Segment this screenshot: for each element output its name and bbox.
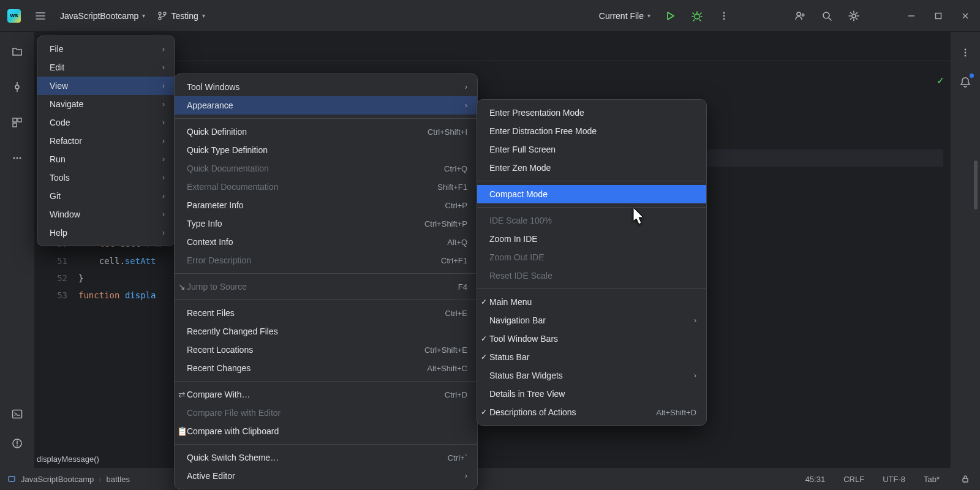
svg-rect-13 (18, 118, 21, 122)
menu-item[interactable]: Enter Zen Mode (477, 159, 706, 177)
project-folder-icon (7, 475, 16, 483)
menu-item-label: Recently Changed Files (187, 326, 278, 336)
project-tool-icon[interactable] (10, 44, 24, 59)
menu-item-file[interactable]: File› (37, 40, 175, 58)
run-button[interactable] (663, 9, 677, 23)
readonly-lock-icon[interactable] (958, 472, 973, 486)
svg-point-2 (164, 12, 166, 15)
chevron-right-icon: › (694, 371, 696, 380)
menu-item[interactable]: Quick Switch Scheme…Ctrl+` (175, 448, 477, 467)
editor-scrollbar[interactable] (974, 160, 978, 209)
commit-tool-icon[interactable] (10, 80, 24, 94)
caret-position[interactable]: 45:31 (805, 475, 826, 484)
menu-item[interactable]: Context InfoAlt+Q (175, 233, 477, 251)
menu-item[interactable]: Active Editor› (175, 467, 477, 485)
file-encoding-widget[interactable]: UTF-8 (883, 475, 905, 484)
menu-item-label: Descriptions of Actions (489, 407, 576, 417)
menu-item[interactable]: Enter Full Screen (477, 140, 706, 159)
menu-item[interactable]: Recent ChangesAlt+Shift+C (175, 359, 477, 377)
debug-button[interactable] (690, 9, 704, 23)
menu-item-icon: ⇄ (177, 390, 187, 399)
menu-item-git[interactable]: Git› (37, 187, 175, 205)
svg-point-25 (965, 52, 967, 54)
menu-item-label: Window (50, 209, 80, 219)
menu-item[interactable]: Tool Windows› (175, 78, 477, 96)
chevron-right-icon: › (162, 81, 165, 90)
menu-item[interactable]: Status Bar Widgets› (477, 366, 706, 385)
code-with-me-icon[interactable] (793, 9, 807, 23)
svg-point-6 (723, 18, 725, 20)
chevron-right-icon: › (162, 192, 165, 200)
search-everywhere-icon[interactable] (820, 9, 834, 23)
chevron-right-icon: › (465, 83, 467, 91)
menu-item[interactable]: Parameter InfoCtrl+P (175, 196, 477, 214)
menu-item-window[interactable]: Window› (37, 205, 175, 224)
chevron-right-icon: › (162, 100, 165, 108)
menu-item-label: Enter Full Screen (489, 145, 556, 154)
menu-item[interactable]: Compact Mode (477, 185, 706, 203)
main-menu-hamburger-icon[interactable] (33, 9, 48, 23)
menu-item[interactable]: Type InfoCtrl+Shift+P (175, 214, 477, 233)
menu-item-label: Reset IDE Scale (489, 271, 552, 281)
menu-item[interactable]: Quick DefinitionCtrl+Shift+I (175, 123, 477, 141)
indent-widget[interactable]: Tab* (924, 475, 940, 484)
svg-point-16 (17, 157, 18, 159)
menu-item-label: Compare with Clipboard (187, 426, 279, 436)
menu-item[interactable]: Zoom In IDE (477, 230, 706, 248)
menu-item[interactable]: Enter Presentation Mode (477, 104, 706, 122)
menu-item-label: Refactor (50, 136, 82, 146)
menu-item-shortcut: F4 (458, 282, 467, 292)
menu-item[interactable]: Appearance› (175, 96, 477, 115)
menu-item-refactor[interactable]: Refactor› (37, 132, 175, 150)
menu-item-view[interactable]: View› (37, 77, 175, 95)
menu-item[interactable]: Recent FilesCtrl+E (175, 304, 477, 322)
menu-item[interactable]: ⇄Compare With…Ctrl+D (175, 385, 477, 404)
menu-item[interactable]: ✓Tool Window Bars (477, 330, 706, 348)
git-branch-widget[interactable]: Testing ▾ (157, 11, 205, 21)
menu-item-shortcut: Shift+F1 (437, 183, 467, 192)
notifications-bell-icon[interactable] (958, 75, 973, 89)
menu-item[interactable]: Navigation Bar› (477, 311, 706, 330)
svg-point-0 (159, 12, 161, 15)
menu-item[interactable]: ✓Main Menu (477, 293, 706, 311)
navbar-breadcrumb[interactable]: JavaScriptBootcamp › battles (7, 475, 130, 484)
menu-item-shortcut: Alt+Q (447, 238, 467, 247)
menu-item[interactable]: ✓Status Bar (477, 348, 706, 366)
window-maximize-button[interactable] (931, 9, 946, 23)
project-name-label: JavaScriptBootcamp (60, 11, 138, 21)
menu-separator (175, 118, 477, 119)
menu-item[interactable]: Quick Type Definition (175, 141, 477, 159)
menu-item-run[interactable]: Run› (37, 150, 175, 168)
menu-item[interactable]: Recent LocationsCtrl+Shift+E (175, 341, 477, 359)
menu-item-label: IDE Scale 100% (489, 216, 552, 225)
menu-item-code[interactable]: Code› (37, 113, 175, 132)
menu-item-help[interactable]: Help› (37, 224, 175, 242)
title-bar: WS JavaScriptBootcamp ▾ Testing ▾ Curren… (0, 0, 980, 32)
menu-item: Quick DocumentationCtrl+Q (175, 159, 477, 178)
more-tool-windows-icon[interactable] (10, 151, 24, 165)
breadcrumb-item: displayMessage() (37, 454, 99, 464)
menu-item-label: Quick Type Definition (187, 145, 268, 155)
editor-actions-more-icon[interactable] (958, 45, 973, 60)
more-actions-icon[interactable] (717, 9, 731, 23)
window-minimize-button[interactable] (904, 9, 919, 23)
menu-item[interactable]: Enter Distraction Free Mode (477, 122, 706, 140)
menu-item-navigate[interactable]: Navigate› (37, 95, 175, 113)
menu-item[interactable]: Recently Changed Files (175, 322, 477, 341)
line-separator-widget[interactable]: CRLF (843, 475, 864, 484)
settings-gear-icon[interactable] (846, 9, 861, 23)
problems-tool-icon[interactable] (10, 436, 24, 451)
menu-item: Reset IDE Scale (477, 266, 706, 285)
run-config-selector[interactable]: Current File ▾ (599, 11, 650, 21)
window-close-button[interactable] (958, 9, 973, 23)
menu-item[interactable]: 📋Compare with Clipboard (175, 422, 477, 440)
menu-item-edit[interactable]: Edit› (37, 58, 175, 77)
menu-item-tools[interactable]: Tools› (37, 168, 175, 187)
inspection-ok-icon[interactable]: ✓ (937, 75, 944, 86)
menu-item[interactable]: Details in Tree View (477, 385, 706, 403)
structure-tool-icon[interactable] (10, 115, 24, 130)
project-name-dropdown[interactable]: JavaScriptBootcamp ▾ (60, 11, 145, 21)
left-tool-stripe (0, 32, 34, 490)
terminal-tool-icon[interactable] (10, 407, 24, 421)
menu-item[interactable]: ✓Descriptions of ActionsAlt+Shift+D (477, 403, 706, 421)
